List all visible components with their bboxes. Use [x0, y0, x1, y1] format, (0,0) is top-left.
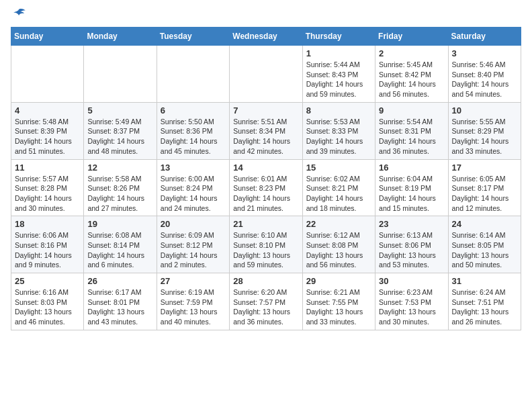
calendar-cell: 22Sunrise: 6:12 AMSunset: 8:08 PMDayligh…: [302, 216, 375, 273]
header: [11, 11, 521, 20]
day-info: Sunrise: 5:49 AMSunset: 8:37 PMDaylight:…: [87, 117, 152, 156]
day-number: 25: [15, 276, 80, 286]
calendar-cell: 21Sunrise: 6:10 AMSunset: 8:10 PMDayligh…: [230, 216, 302, 273]
day-info: Sunrise: 6:20 AMSunset: 7:57 PMDaylight:…: [233, 287, 298, 327]
day-number: 6: [161, 105, 226, 116]
calendar-table: SundayMondayTuesdayWednesdayThursdayFrid…: [11, 27, 521, 330]
day-number: 31: [452, 276, 517, 286]
calendar-cell: 29Sunrise: 6:21 AMSunset: 7:55 PMDayligh…: [302, 273, 375, 330]
logo-bird-icon: [12, 8, 27, 20]
day-info: Sunrise: 6:21 AMSunset: 7:55 PMDaylight:…: [306, 287, 371, 327]
calendar-cell: 1Sunrise: 5:44 AMSunset: 8:43 PMDaylight…: [302, 46, 375, 103]
calendar-cell: 17Sunrise: 6:05 AMSunset: 8:17 PMDayligh…: [448, 159, 521, 216]
calendar-cell: 18Sunrise: 6:06 AMSunset: 8:16 PMDayligh…: [11, 216, 84, 273]
calendar-cell: 15Sunrise: 6:02 AMSunset: 8:21 PMDayligh…: [302, 159, 375, 216]
day-info: Sunrise: 5:53 AMSunset: 8:33 PMDaylight:…: [306, 117, 371, 156]
day-info: Sunrise: 6:05 AMSunset: 8:17 PMDaylight:…: [452, 174, 517, 214]
day-number: 18: [15, 219, 80, 229]
header-monday: Monday: [84, 28, 157, 46]
calendar-cell: 13Sunrise: 6:00 AMSunset: 8:24 PMDayligh…: [157, 159, 229, 216]
calendar-cell: 4Sunrise: 5:48 AMSunset: 8:39 PMDaylight…: [11, 102, 84, 159]
calendar-cell: 14Sunrise: 6:01 AMSunset: 8:23 PMDayligh…: [230, 159, 302, 216]
calendar-cell: 25Sunrise: 6:16 AMSunset: 8:03 PMDayligh…: [11, 273, 84, 330]
day-number: 9: [379, 105, 444, 116]
calendar-cell: 11Sunrise: 5:57 AMSunset: 8:28 PMDayligh…: [11, 159, 84, 216]
calendar-cell: 20Sunrise: 6:09 AMSunset: 8:12 PMDayligh…: [157, 216, 229, 273]
day-number: 8: [306, 105, 371, 116]
calendar-cell: 23Sunrise: 6:13 AMSunset: 8:06 PMDayligh…: [375, 216, 448, 273]
calendar-cell: 19Sunrise: 6:08 AMSunset: 8:14 PMDayligh…: [84, 216, 157, 273]
calendar-cell: 31Sunrise: 6:24 AMSunset: 7:51 PMDayligh…: [448, 273, 521, 330]
day-number: 11: [15, 163, 80, 173]
day-number: 30: [379, 276, 444, 286]
day-info: Sunrise: 6:23 AMSunset: 7:53 PMDaylight:…: [379, 287, 444, 327]
day-info: Sunrise: 5:48 AMSunset: 8:39 PMDaylight:…: [15, 117, 80, 156]
day-info: Sunrise: 6:19 AMSunset: 7:59 PMDaylight:…: [161, 287, 226, 327]
day-number: 14: [233, 163, 298, 173]
day-number: 19: [87, 219, 152, 229]
day-number: 13: [161, 163, 226, 173]
day-number: 4: [15, 105, 80, 116]
day-info: Sunrise: 5:45 AMSunset: 8:42 PMDaylight:…: [379, 60, 444, 99]
logo: [11, 11, 27, 20]
calendar-cell: [230, 46, 302, 103]
day-info: Sunrise: 5:54 AMSunset: 8:31 PMDaylight:…: [379, 117, 444, 156]
day-number: 20: [161, 219, 226, 229]
logo-text: [11, 11, 27, 20]
calendar-cell: 10Sunrise: 5:55 AMSunset: 8:29 PMDayligh…: [448, 102, 521, 159]
day-info: Sunrise: 5:55 AMSunset: 8:29 PMDaylight:…: [452, 117, 517, 156]
calendar-cell: [84, 46, 157, 103]
calendar-cell: 2Sunrise: 5:45 AMSunset: 8:42 PMDaylight…: [375, 46, 448, 103]
header-tuesday: Tuesday: [157, 28, 229, 46]
calendar-cell: 9Sunrise: 5:54 AMSunset: 8:31 PMDaylight…: [375, 102, 448, 159]
calendar-cell: 24Sunrise: 6:14 AMSunset: 8:05 PMDayligh…: [448, 216, 521, 273]
day-info: Sunrise: 6:04 AMSunset: 8:19 PMDaylight:…: [379, 174, 444, 214]
day-number: 17: [452, 163, 517, 173]
day-number: 28: [233, 276, 298, 286]
calendar-cell: 28Sunrise: 6:20 AMSunset: 7:57 PMDayligh…: [230, 273, 302, 330]
day-number: 22: [306, 219, 371, 229]
day-info: Sunrise: 6:06 AMSunset: 8:16 PMDaylight:…: [15, 230, 80, 270]
calendar-cell: 5Sunrise: 5:49 AMSunset: 8:37 PMDaylight…: [84, 102, 157, 159]
calendar-week-row: 11Sunrise: 5:57 AMSunset: 8:28 PMDayligh…: [11, 159, 521, 216]
day-info: Sunrise: 6:17 AMSunset: 8:01 PMDaylight:…: [87, 287, 152, 327]
calendar-cell: [157, 46, 229, 103]
day-number: 15: [306, 163, 371, 173]
day-info: Sunrise: 5:44 AMSunset: 8:43 PMDaylight:…: [306, 60, 371, 99]
header-friday: Friday: [375, 28, 448, 46]
day-info: Sunrise: 6:12 AMSunset: 8:08 PMDaylight:…: [306, 230, 371, 270]
day-number: 12: [87, 163, 152, 173]
day-info: Sunrise: 5:58 AMSunset: 8:26 PMDaylight:…: [87, 174, 152, 214]
calendar-cell: 8Sunrise: 5:53 AMSunset: 8:33 PMDaylight…: [302, 102, 375, 159]
calendar-cell: 6Sunrise: 5:50 AMSunset: 8:36 PMDaylight…: [157, 102, 229, 159]
calendar-cell: 7Sunrise: 5:51 AMSunset: 8:34 PMDaylight…: [230, 102, 302, 159]
day-number: 7: [233, 105, 298, 116]
calendar-cell: 3Sunrise: 5:46 AMSunset: 8:40 PMDaylight…: [448, 46, 521, 103]
day-number: 24: [452, 219, 517, 229]
header-sunday: Sunday: [11, 28, 84, 46]
day-number: 2: [379, 48, 444, 58]
day-number: 29: [306, 276, 371, 286]
day-info: Sunrise: 6:13 AMSunset: 8:06 PMDaylight:…: [379, 230, 444, 270]
day-info: Sunrise: 6:00 AMSunset: 8:24 PMDaylight:…: [161, 174, 226, 214]
day-number: 5: [87, 105, 152, 116]
calendar-cell: 12Sunrise: 5:58 AMSunset: 8:26 PMDayligh…: [84, 159, 157, 216]
calendar-week-row: 18Sunrise: 6:06 AMSunset: 8:16 PMDayligh…: [11, 216, 521, 273]
header-wednesday: Wednesday: [230, 28, 302, 46]
day-info: Sunrise: 5:57 AMSunset: 8:28 PMDaylight:…: [15, 174, 80, 214]
day-info: Sunrise: 6:10 AMSunset: 8:10 PMDaylight:…: [233, 230, 298, 270]
calendar-week-row: 1Sunrise: 5:44 AMSunset: 8:43 PMDaylight…: [11, 46, 521, 103]
day-info: Sunrise: 5:51 AMSunset: 8:34 PMDaylight:…: [233, 117, 298, 156]
day-info: Sunrise: 6:16 AMSunset: 8:03 PMDaylight:…: [15, 287, 80, 327]
day-info: Sunrise: 6:01 AMSunset: 8:23 PMDaylight:…: [233, 174, 298, 214]
day-number: 3: [452, 48, 517, 58]
day-number: 10: [452, 105, 517, 116]
day-number: 23: [379, 219, 444, 229]
day-info: Sunrise: 6:08 AMSunset: 8:14 PMDaylight:…: [87, 230, 152, 270]
day-number: 21: [233, 219, 298, 229]
day-number: 26: [87, 276, 152, 286]
header-saturday: Saturday: [448, 28, 521, 46]
day-number: 1: [306, 48, 371, 58]
day-info: Sunrise: 5:46 AMSunset: 8:40 PMDaylight:…: [452, 60, 517, 99]
day-info: Sunrise: 6:09 AMSunset: 8:12 PMDaylight:…: [161, 230, 226, 270]
